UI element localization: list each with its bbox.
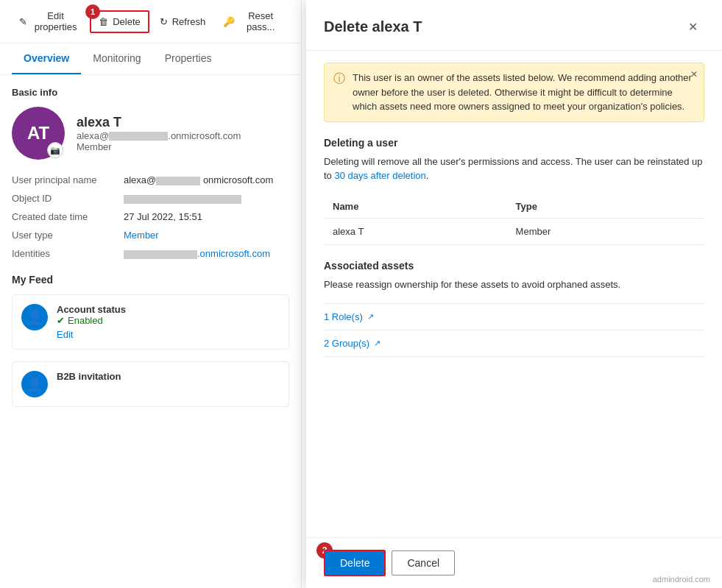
warning-close-button[interactable]: ✕	[690, 69, 698, 79]
prop-value-objectid	[124, 193, 289, 204]
key-icon: 🔑	[223, 16, 235, 27]
prop-label-created: Created date time	[12, 211, 115, 222]
edit-properties-button[interactable]: ✎ Edit properties	[12, 6, 87, 37]
account-status-value: ✔ Enabled	[57, 315, 126, 326]
delete-dialog: Delete alexa T ✕ ⓘ This user is an owner…	[306, 0, 722, 588]
prop-label-objectid: Object ID	[12, 193, 115, 204]
feed-item-b2b: 👤 B2B invitation	[12, 361, 289, 407]
table-row: alexa T Member	[324, 218, 704, 244]
user-email: alexa@.onmicrosoft.com	[77, 130, 241, 141]
assets-section-title: Associated assets	[324, 260, 704, 272]
dialog-header: Delete alexa T ✕	[306, 0, 722, 51]
enabled-icon: ✔	[57, 315, 65, 326]
dialog-delete-button[interactable]: Delete	[324, 550, 386, 576]
edit-icon: ✎	[19, 16, 27, 27]
ext-link-icon-groups: ↗	[374, 339, 381, 348]
feed-content-b2b: B2B invitation	[57, 371, 121, 382]
tab-monitoring[interactable]: Monitoring	[81, 43, 152, 74]
user-name: alexa T	[77, 115, 241, 130]
warning-icon: ⓘ	[333, 71, 345, 87]
avatar-camera-button[interactable]: 📷	[47, 142, 63, 158]
basic-info-title: Basic info	[12, 87, 289, 98]
left-content: Basic info AT 📷 alexa T alexa@.onmicroso…	[0, 75, 301, 431]
reset-password-button[interactable]: 🔑 Reset pass...	[216, 6, 289, 37]
assets-list: 1 Role(s) ↗ 2 Group(s) ↗	[324, 303, 704, 357]
delete-btn-wrap: 2 Delete	[324, 550, 386, 576]
dialog-close-button[interactable]: ✕	[681, 15, 704, 38]
user-role: Member	[77, 141, 241, 152]
prop-value-created: 27 Jul 2022, 15:51	[124, 211, 289, 222]
dialog-cancel-button[interactable]: Cancel	[392, 550, 455, 575]
prop-value-upn: alexa@ onmicrosoft.com	[124, 174, 289, 185]
row-type: Member	[507, 218, 704, 244]
step1-badge: 1	[85, 4, 100, 19]
prop-value-usertype[interactable]: Member	[124, 230, 289, 241]
warning-text: This user is an owner of the assets list…	[353, 71, 695, 114]
delete-button-wrap: 1 🗑 Delete	[90, 10, 149, 33]
groups-link[interactable]: 2 Group(s) ↗	[324, 330, 704, 357]
b2b-icon: 👤	[21, 371, 48, 397]
prop-label-upn: User principal name	[12, 174, 115, 185]
deleting-section-title: Deleting a user	[324, 137, 704, 149]
user-info: alexa T alexa@.onmicrosoft.com Member	[77, 115, 241, 152]
dialog-title: Delete alexa T	[324, 18, 422, 35]
assets-description: Please reassign ownership for these asse…	[324, 277, 704, 292]
edit-account-link[interactable]: Edit	[57, 329, 126, 340]
roles-link[interactable]: 1 Role(s) ↗	[324, 303, 704, 330]
dialog-body: ⓘ This user is an owner of the assets li…	[306, 51, 722, 537]
feed-item-account-status: 👤 Account status ✔ Enabled Edit	[12, 294, 289, 350]
warning-banner: ⓘ This user is an owner of the assets li…	[324, 63, 704, 122]
delete-icon: 🗑	[99, 16, 108, 27]
toolbar: ✎ Edit properties 1 🗑 Delete ↻ Refresh 🔑…	[0, 0, 301, 43]
col-name: Name	[324, 195, 507, 219]
deleting-description: Deleting will remove all the user's perm…	[324, 155, 704, 183]
user-profile: AT 📷 alexa T alexa@.onmicrosoft.com Memb…	[12, 107, 289, 160]
tabs: Overview Monitoring Properties	[0, 43, 301, 75]
ext-link-icon-roles: ↗	[367, 312, 374, 322]
refresh-button[interactable]: ↻ Refresh	[152, 12, 213, 32]
prop-label-usertype: User type	[12, 230, 115, 241]
users-table: Name Type alexa T Member	[324, 195, 704, 245]
prop-label-identities: Identities	[12, 248, 115, 259]
my-feed-title: My Feed	[12, 274, 289, 286]
tab-overview[interactable]: Overview	[12, 43, 81, 74]
account-status-icon: 👤	[21, 304, 48, 330]
account-status-title: Account status	[57, 304, 126, 315]
prop-value-identities[interactable]: .onmicrosoft.com	[124, 248, 289, 259]
properties-grid: User principal name alexa@ onmicrosoft.c…	[12, 174, 289, 259]
watermark: admindroid.com	[653, 575, 710, 584]
col-type: Type	[507, 195, 704, 219]
refresh-icon: ↻	[160, 16, 168, 27]
feed-content-account: Account status ✔ Enabled Edit	[57, 304, 126, 340]
avatar: AT 📷	[12, 107, 65, 160]
row-name: alexa T	[324, 218, 507, 244]
tab-properties[interactable]: Properties	[153, 43, 224, 74]
b2b-title: B2B invitation	[57, 371, 121, 382]
